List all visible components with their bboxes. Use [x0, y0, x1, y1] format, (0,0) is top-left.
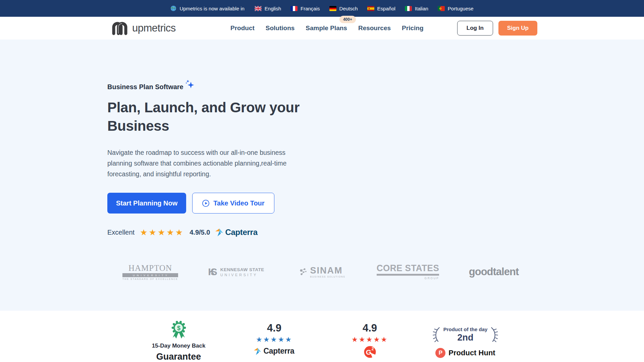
hero-description: Navigate the roadmap to success with our…	[107, 147, 291, 179]
hero-rating-row: Excellent ★★★★★ 4.9/5.0 Capterra	[107, 228, 302, 237]
language-spanish[interactable]: Español	[367, 6, 395, 11]
language-french[interactable]: Français	[290, 6, 320, 11]
language-german[interactable]: Deutsch	[329, 6, 358, 11]
g2-score: 4.9	[363, 322, 377, 334]
language-label: Deutsch	[339, 6, 358, 11]
trust-badges-section: $ 15-Day Money Back Guarantee 4.9 ★★★★★ …	[0, 311, 644, 362]
hero-title-line2: Business	[107, 118, 169, 134]
sinam-icon	[299, 267, 308, 277]
nav-solutions[interactable]: Solutions	[266, 24, 295, 32]
capterra-score: 4.9	[267, 322, 281, 334]
nav-product[interactable]: Product	[230, 24, 255, 32]
language-label: Portuguese	[448, 6, 474, 11]
sinam-wordmark: SINAM	[310, 266, 345, 275]
product-hunt-wordmark: Product Hunt	[448, 349, 495, 357]
rating-label: Excellent	[107, 229, 135, 236]
login-button[interactable]: Log In	[457, 21, 493, 36]
hampton-wordmark: HAMPTON	[122, 263, 178, 273]
language-english[interactable]: English	[255, 6, 281, 11]
germany-flag-icon	[329, 6, 336, 11]
product-hunt-logo: P Product Hunt	[435, 348, 495, 358]
main-nav: Product Solutions Sample Plans 400+ Reso…	[230, 17, 423, 40]
g2-icon: G 2	[364, 346, 376, 358]
money-back-seal-icon: $	[170, 321, 188, 339]
language-italian[interactable]: Italian	[405, 6, 428, 11]
video-tour-button[interactable]: Take Video Tour	[192, 193, 274, 214]
auth-buttons: Log In Sign Up	[457, 21, 537, 36]
laurel-right-icon	[490, 325, 498, 344]
g2-rating-badge: 4.9 ★★★★★ G 2	[322, 311, 418, 362]
rating-stars: ★★★★★	[140, 228, 184, 237]
svg-text:2: 2	[371, 347, 374, 351]
nav-sample-plans[interactable]: Sample Plans 400+	[306, 24, 347, 32]
product-hunt-award: Product of the day 2nd	[433, 325, 498, 344]
portugal-flag-icon	[438, 6, 445, 11]
italy-flag-icon	[405, 6, 412, 11]
play-icon	[202, 199, 210, 207]
money-back-line2: Guarantee	[156, 352, 201, 362]
product-hunt-badge: Product of the day 2nd P Product Hunt	[418, 311, 513, 362]
language-list: English Français Deutsch Español	[255, 6, 474, 11]
kennesaw-university-text: UNIVERSITY	[220, 273, 264, 277]
core-states-wordmark: CORE STATES	[377, 263, 439, 276]
brand-logo[interactable]: upmetrics	[111, 21, 176, 35]
signup-button[interactable]: Sign Up	[498, 21, 537, 36]
money-back-line1: 15-Day Money Back	[152, 343, 206, 349]
language-portuguese[interactable]: Portuguese	[438, 6, 474, 11]
rating-score: 4.9/5.0	[190, 229, 210, 236]
upmetrics-logo-icon	[111, 21, 129, 35]
goodtalent-wordmark: goodtalent	[469, 266, 519, 278]
hero-eyebrow-row: Business Plan Software	[107, 79, 302, 91]
svg-text:G: G	[366, 348, 371, 356]
capterra-icon	[215, 228, 223, 237]
logo-hampton-university: HAMPTON UNIVERSITY THE STANDARD OF EXCEL…	[107, 263, 193, 280]
laurel-left-icon	[433, 325, 441, 344]
page: Upmetrics is now available in English Fr…	[0, 0, 644, 362]
logo-goodtalent: goodtalent	[451, 263, 537, 280]
capterra-wordmark: Capterra	[225, 228, 257, 237]
brand-wordmark: upmetrics	[132, 22, 176, 34]
france-flag-icon	[290, 6, 298, 11]
hero-title: Plan, Launch, and Grow your Business	[107, 98, 302, 135]
svg-text:$: $	[177, 325, 180, 331]
start-planning-button[interactable]: Start Planning Now	[107, 193, 186, 214]
hero-section: Business Plan Software Plan, Launch, and…	[0, 40, 644, 311]
hero-content: Business Plan Software Plan, Launch, and…	[107, 79, 302, 237]
g2-logo: G 2	[364, 346, 376, 358]
hero-eyebrow: Business Plan Software	[107, 79, 183, 91]
hampton-tagline: THE STANDARD OF EXCELLENCE	[122, 278, 178, 280]
capterra-logo-bottom: Capterra	[254, 347, 294, 356]
logo-sinam: SINAM BUSINESS SOLUTIONS	[279, 263, 365, 280]
money-back-badge: $ 15-Day Money Back Guarantee	[131, 311, 226, 362]
kennesaw-wordmark: KENNESAW STATE	[220, 267, 264, 272]
nav-resources[interactable]: Resources	[358, 24, 391, 32]
globe-icon	[170, 5, 176, 11]
language-label: Italian	[415, 6, 428, 11]
uk-flag-icon	[255, 6, 262, 11]
sparkle-icon	[185, 79, 195, 89]
customer-logo-strip: HAMPTON UNIVERSITY THE STANDARD OF EXCEL…	[107, 263, 537, 280]
language-label: Français	[301, 6, 320, 11]
core-states-group-text: GROUP	[377, 277, 439, 280]
hero-cta-row: Start Planning Now Take Video Tour	[107, 193, 302, 214]
capterra-wordmark: Capterra	[263, 347, 294, 356]
g2-stars: ★★★★★	[352, 336, 388, 343]
announcement-message: Upmetrics is now available in	[170, 5, 244, 11]
capterra-logo: Capterra	[215, 228, 257, 237]
language-label: Español	[377, 6, 395, 11]
product-of-day-rank: 2nd	[443, 333, 488, 343]
product-hunt-icon: P	[435, 348, 445, 358]
nav-pricing[interactable]: Pricing	[402, 24, 423, 32]
capterra-icon	[254, 347, 261, 355]
logo-kennesaw-state: KS KENNESAW STATE UNIVERSITY	[193, 263, 279, 280]
hampton-university-bar: UNIVERSITY	[122, 273, 178, 277]
nav-sample-plans-label: Sample Plans	[306, 24, 347, 32]
announcement-text: Upmetrics is now available in	[179, 6, 244, 11]
sample-plans-count-badge: 400+	[339, 16, 356, 23]
announcement-bar: Upmetrics is now available in English Fr…	[0, 0, 644, 17]
capterra-stars: ★★★★★	[256, 336, 292, 343]
logo-core-states: CORE STATES GROUP	[365, 263, 451, 280]
video-tour-label: Take Video Tour	[213, 199, 264, 207]
product-of-day-title: Product of the day	[443, 326, 488, 332]
main-header: upmetrics Product Solutions Sample Plans…	[0, 17, 644, 40]
